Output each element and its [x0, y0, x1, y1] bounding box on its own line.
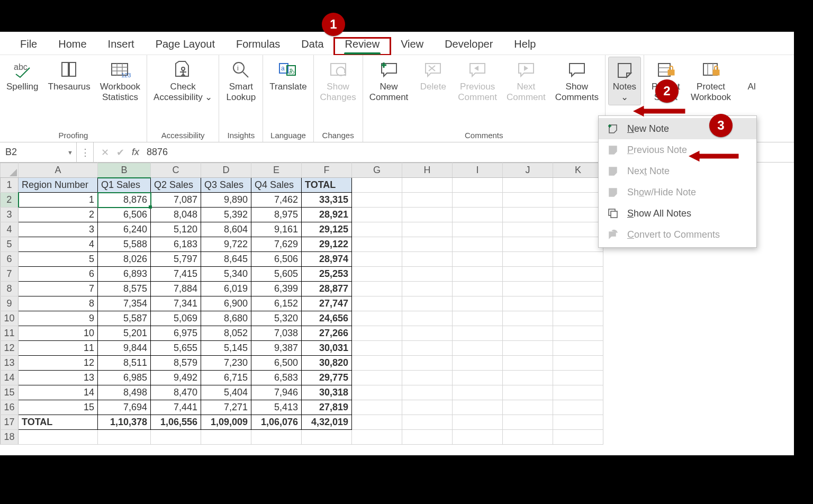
cell-K12[interactable]	[553, 341, 603, 356]
cell-E11[interactable]: 7,038	[251, 326, 302, 341]
row-header-12[interactable]: 12	[1, 341, 19, 356]
cell-D7[interactable]: 5,340	[201, 267, 251, 282]
cell-F12[interactable]: 30,031	[302, 341, 352, 356]
col-header-B[interactable]: B	[98, 163, 151, 178]
cell-A10[interactable]: 9	[19, 311, 98, 326]
cell-F8[interactable]: 28,877	[302, 282, 352, 296]
cell-D1[interactable]: Q3 Sales	[201, 178, 251, 193]
row-header-5[interactable]: 5	[1, 237, 19, 252]
cell-F13[interactable]: 30,820	[302, 356, 352, 371]
cell-E16[interactable]: 5,413	[251, 400, 302, 415]
cell-K8[interactable]	[553, 282, 603, 296]
cell-B3[interactable]: 6,506	[98, 208, 151, 222]
cell-G12[interactable]	[352, 341, 402, 356]
cell-C10[interactable]: 5,069	[151, 311, 201, 326]
select-all-corner[interactable]	[1, 163, 19, 178]
cell-A3[interactable]: 2	[19, 208, 98, 222]
cell-K7[interactable]	[553, 267, 603, 282]
cell-F7[interactable]: 25,253	[302, 267, 352, 282]
cell-H10[interactable]	[402, 311, 453, 326]
cell-A4[interactable]: 3	[19, 222, 98, 237]
cell-A9[interactable]: 8	[19, 296, 98, 311]
formula-value[interactable]: 8876	[147, 147, 168, 158]
cell-B5[interactable]: 5,588	[98, 237, 151, 252]
cell-A16[interactable]: 15	[19, 400, 98, 415]
cell-B2[interactable]: 8,876	[98, 193, 151, 208]
cell-D2[interactable]: 9,890	[201, 193, 251, 208]
spelling-button[interactable]: abc Spelling	[3, 57, 42, 94]
row-header-7[interactable]: 7	[1, 267, 19, 282]
new-comment-button[interactable]: New Comment	[366, 57, 412, 105]
cell-D11[interactable]: 8,052	[201, 326, 251, 341]
cell-F1[interactable]: TOTAL	[302, 178, 352, 193]
cell-A5[interactable]: 4	[19, 237, 98, 252]
cell-I12[interactable]	[453, 341, 503, 356]
row-header-6[interactable]: 6	[1, 252, 19, 267]
cell-J2[interactable]	[503, 193, 553, 208]
cell-F6[interactable]: 28,974	[302, 252, 352, 267]
cell-J15[interactable]	[503, 385, 553, 400]
cell-F14[interactable]: 29,775	[302, 371, 352, 385]
translate-button[interactable]: aあ Translate	[266, 57, 310, 94]
cell-D4[interactable]: 8,604	[201, 222, 251, 237]
cell-E2[interactable]: 7,462	[251, 193, 302, 208]
cell-D5[interactable]: 9,722	[201, 237, 251, 252]
cell-C13[interactable]: 8,579	[151, 356, 201, 371]
cell-G2[interactable]	[352, 193, 402, 208]
col-header-J[interactable]: J	[503, 163, 553, 178]
namebox-more-icon[interactable]: ⋮	[77, 142, 94, 162]
cell-K15[interactable]	[553, 385, 603, 400]
cell-G16[interactable]	[352, 400, 402, 415]
col-header-G[interactable]: G	[352, 163, 402, 178]
cell-H5[interactable]	[402, 237, 453, 252]
cell-K6[interactable]	[553, 252, 603, 267]
tab-file[interactable]: File	[10, 38, 48, 55]
fx-icon[interactable]: fx	[132, 147, 139, 158]
cell-E3[interactable]: 8,975	[251, 208, 302, 222]
cell-J5[interactable]	[503, 237, 553, 252]
cell-H7[interactable]	[402, 267, 453, 282]
cell-E4[interactable]: 9,161	[251, 222, 302, 237]
row-header-18[interactable]: 18	[1, 430, 19, 445]
row-header-3[interactable]: 3	[1, 208, 19, 222]
row-header-15[interactable]: 15	[1, 385, 19, 400]
cell-A2[interactable]: 1	[19, 193, 98, 208]
row-header-14[interactable]: 14	[1, 371, 19, 385]
row-header-8[interactable]: 8	[1, 282, 19, 296]
grid-table[interactable]: ABCDEFGHIJK1Region NumberQ1 SalesQ2 Sale…	[0, 163, 603, 445]
cell-A15[interactable]: 14	[19, 385, 98, 400]
name-box[interactable]: B2 ▼	[0, 142, 77, 162]
cell-I7[interactable]	[453, 267, 503, 282]
tab-help[interactable]: Help	[503, 38, 546, 55]
cell-J18[interactable]	[503, 430, 553, 445]
col-header-F[interactable]: F	[302, 163, 352, 178]
cell-C18[interactable]	[151, 430, 201, 445]
cell-F11[interactable]: 27,266	[302, 326, 352, 341]
cell-K18[interactable]	[553, 430, 603, 445]
cell-H16[interactable]	[402, 400, 453, 415]
allow-edit-button[interactable]: Al	[737, 57, 766, 94]
cell-A12[interactable]: 11	[19, 341, 98, 356]
cell-K2[interactable]	[553, 193, 603, 208]
row-header-9[interactable]: 9	[1, 296, 19, 311]
cell-D10[interactable]: 8,680	[201, 311, 251, 326]
cell-I5[interactable]	[453, 237, 503, 252]
cell-C17[interactable]: 1,06,556	[151, 415, 201, 430]
workbook-statistics-button[interactable]: 123 Workbook Statistics	[97, 57, 143, 105]
cell-J11[interactable]	[503, 326, 553, 341]
cell-C3[interactable]: 8,048	[151, 208, 201, 222]
cell-H1[interactable]	[402, 178, 453, 193]
cell-B11[interactable]: 5,201	[98, 326, 151, 341]
cell-H3[interactable]	[402, 208, 453, 222]
cell-G10[interactable]	[352, 311, 402, 326]
cell-A14[interactable]: 13	[19, 371, 98, 385]
cell-K17[interactable]	[553, 415, 603, 430]
cell-B15[interactable]: 8,498	[98, 385, 151, 400]
cell-I9[interactable]	[453, 296, 503, 311]
cell-G7[interactable]	[352, 267, 402, 282]
cell-J12[interactable]	[503, 341, 553, 356]
cell-H11[interactable]	[402, 326, 453, 341]
cell-K9[interactable]	[553, 296, 603, 311]
row-header-16[interactable]: 16	[1, 400, 19, 415]
cell-E10[interactable]: 5,320	[251, 311, 302, 326]
